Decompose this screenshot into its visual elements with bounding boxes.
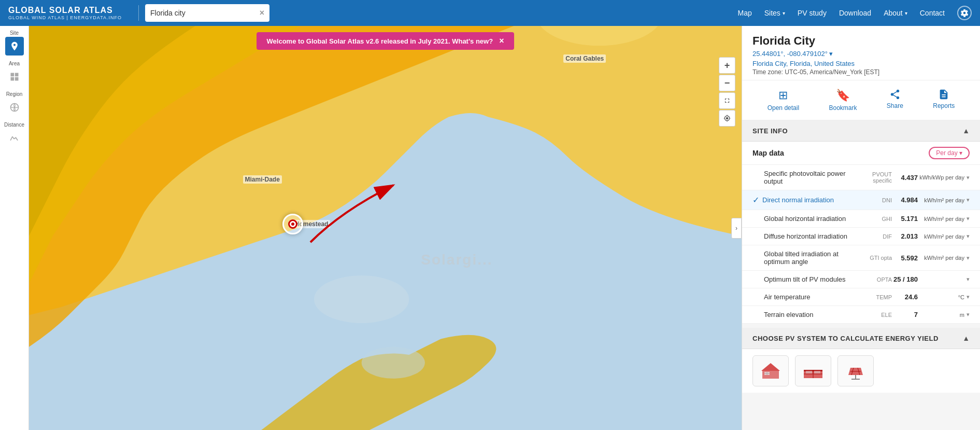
logo-divider — [138, 5, 139, 21]
row-dropdown-pvout[interactable]: ▾ — [967, 174, 970, 181]
app-logo: GLOBAL SOLAR ATLAS GLOBAL WIND ATLAS | E… — [8, 6, 122, 20]
notification-close[interactable]: × — [499, 36, 504, 46]
notification-text: Welcome to Global Solar Atlas v2.6 relea… — [267, 37, 493, 45]
app-subtitle: GLOBAL WIND ATLAS | ENERGYDATA.INFO — [8, 15, 122, 20]
fullscreen-button[interactable] — [719, 92, 735, 109]
map-container[interactable]: Welcome to Global Solar Atlas v2.6 relea… — [29, 26, 742, 430]
pv-ground-icon — [844, 360, 867, 381]
left-sidebar: Site Area Region Distance — [0, 26, 29, 430]
nav-sites[interactable]: Sites ▾ — [764, 9, 785, 17]
pv-system-type-2[interactable] — [795, 355, 831, 386]
bookmark-label: Bookmark — [829, 104, 857, 112]
zoom-in-button[interactable]: + — [719, 57, 735, 74]
row-dropdown-dif[interactable]: ▾ — [967, 233, 970, 240]
nav-map[interactable]: Map — [738, 9, 752, 17]
sidebar-btn-distance[interactable] — [5, 129, 24, 147]
row-value-pvout: 4.437 — [892, 174, 918, 182]
panel-collapse-button[interactable]: › — [731, 218, 742, 239]
sidebar-btn-area[interactable] — [5, 67, 24, 86]
share-label: Share — [887, 102, 903, 109]
pv-section-title: CHOOSE PV SYSTEM TO CALCULATE ENERGY YIE… — [752, 335, 939, 342]
search-box[interactable]: × — [145, 4, 269, 22]
map-data-label: Map data — [752, 149, 784, 157]
row-value-gti: 5.592 — [892, 254, 918, 262]
about-chevron: ▾ — [905, 10, 907, 16]
nav-download[interactable]: Download — [839, 9, 871, 17]
row-unit-temp: °C — [918, 294, 964, 300]
table-row: Global horizontal irradiation GHI 5.171 … — [742, 210, 980, 228]
row-code-dif: DIF — [861, 233, 892, 240]
sidebar-section-region: Region — [0, 91, 29, 120]
location-pin[interactable] — [282, 214, 303, 234]
zoom-out-button[interactable]: − — [719, 75, 735, 91]
row-dropdown-ele[interactable]: ▾ — [967, 311, 970, 318]
pv-system-type-1[interactable] — [752, 355, 789, 386]
row-code-gti: GTI opta — [861, 255, 892, 261]
row-unit-ele: m — [918, 312, 964, 318]
row-dropdown-temp[interactable]: ▾ — [967, 294, 970, 300]
row-value-ele: 7 — [892, 311, 918, 318]
sidebar-btn-site[interactable] — [5, 37, 24, 56]
row-dropdown-gti[interactable]: ▾ — [967, 255, 970, 261]
row-unit-dni: kWh/m² per day — [918, 197, 964, 203]
nav-contact[interactable]: Contact — [920, 9, 945, 17]
row-name-ele: Terrain elevation — [764, 311, 861, 318]
row-unit-dif: kWh/m² per day — [918, 233, 964, 240]
pv-system-type-3[interactable] — [837, 355, 874, 386]
reports-button[interactable]: Reports — [925, 87, 963, 114]
open-detail-button[interactable]: ⊞ Open detail — [759, 87, 807, 114]
pv-roof-icon — [759, 360, 782, 381]
row-code-ghi: GHI — [861, 216, 892, 222]
site-info-section: SITE INFO ▲ — [742, 120, 980, 142]
reports-label: Reports — [933, 102, 955, 109]
pv-section-collapse[interactable]: ▲ — [962, 334, 970, 342]
map-label-miami-dade: Miami-Dade — [243, 175, 282, 184]
table-row: Air temperature TEMP 24.6 °C ▾ — [742, 288, 980, 306]
location-header: Florida City 25.44801°, -080.479102° ▾ F… — [742, 26, 980, 80]
row-dropdown-dni[interactable]: ▾ — [967, 197, 970, 203]
settings-icon[interactable] — [957, 6, 972, 20]
row-unit-gti: kWh/m² per day — [918, 255, 964, 261]
table-row: Terrain elevation ELE 7 m ▾ — [742, 306, 980, 324]
map-data-header: Map data Per day ▾ — [742, 142, 980, 165]
row-code-ele: ELE — [861, 312, 892, 318]
locate-button[interactable] — [719, 110, 735, 127]
nav-pvstudy[interactable]: PV study — [798, 9, 827, 17]
row-dropdown-opta[interactable]: ▾ — [967, 276, 970, 283]
pin-outer — [282, 214, 303, 234]
pv-flat-icon — [802, 360, 825, 381]
row-unit-pvout: kWh/kWp per day — [918, 174, 964, 181]
row-name-gti: Global tilted irradiation at optimum ang… — [764, 250, 861, 266]
row-value-ghi: 5.171 — [892, 215, 918, 223]
row-value-dif: 2.013 — [892, 232, 918, 240]
sidebar-btn-region[interactable] — [5, 98, 24, 117]
sidebar-section-area: Area — [0, 61, 29, 89]
row-code-opta: OPTA — [861, 276, 892, 283]
row-value-temp: 24.6 — [892, 293, 918, 301]
map-background: Welcome to Global Solar Atlas v2.6 relea… — [29, 26, 742, 430]
sidebar-label-area: Area — [9, 61, 20, 66]
location-title: Florida City — [752, 34, 970, 48]
main-content: Site Area Region Distance — [0, 26, 980, 430]
site-info-title: SITE INFO — [752, 127, 788, 135]
nav-about[interactable]: About ▾ — [884, 9, 907, 17]
search-input[interactable] — [150, 9, 260, 17]
sites-chevron: ▾ — [783, 10, 785, 16]
location-timezone: Time zone: UTC-05, America/New_York [EST… — [752, 68, 970, 76]
row-name-dni[interactable]: Direct normal irradiation — [762, 196, 861, 204]
sidebar-label-region: Region — [6, 91, 23, 97]
row-dropdown-ghi[interactable]: ▾ — [967, 215, 970, 222]
site-info-collapse[interactable]: ▲ — [962, 127, 970, 135]
share-icon — [889, 89, 901, 100]
sidebar-section-distance: Distance — [0, 122, 29, 150]
per-day-button[interactable]: Per day ▾ — [929, 147, 970, 159]
row-code-dni: DNI — [861, 197, 892, 203]
map-label-coral-gables: Coral Gables — [563, 54, 606, 63]
pv-section-header: CHOOSE PV SYSTEM TO CALCULATE ENERGY YIE… — [742, 328, 980, 349]
close-icon[interactable]: × — [260, 8, 264, 18]
location-coords[interactable]: 25.44801°, -080.479102° ▾ — [752, 50, 970, 58]
share-button[interactable]: Share — [878, 87, 912, 114]
table-row: ✓ Direct normal irradiation DNI 4.984 kW… — [742, 190, 980, 210]
bookmark-button[interactable]: 🔖 Bookmark — [820, 87, 865, 114]
reports-icon — [938, 89, 949, 100]
